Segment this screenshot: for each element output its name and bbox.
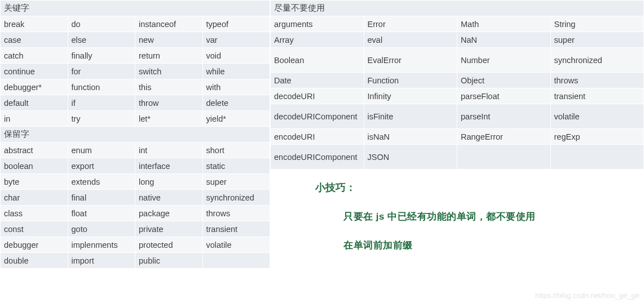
table-cell: case xyxy=(1,32,68,48)
table-cell: else xyxy=(68,32,135,48)
table-row: intrylet*yield* xyxy=(1,111,270,127)
table-cell: if xyxy=(68,95,135,111)
table-cell: instanceof xyxy=(135,16,203,32)
table-cell: with xyxy=(202,79,270,95)
table-cell: native xyxy=(135,190,203,206)
table-row: BooleanEvalErrorNumbersynchronized xyxy=(271,48,644,73)
table-row: byteextendslongsuper xyxy=(1,174,270,190)
table-cell: finally xyxy=(68,48,135,64)
table-cell: export xyxy=(68,158,135,174)
table-cell: isFinite xyxy=(364,104,457,129)
table-cell: let* xyxy=(135,111,203,127)
table-cell: transient xyxy=(550,88,644,104)
table-cell: Function xyxy=(364,73,457,88)
table-cell xyxy=(202,253,270,269)
tips-text: 中已经有功能的单词，都不要使用 xyxy=(385,211,536,222)
table-cell: static xyxy=(202,158,270,174)
table-row: 尽量不要使用 xyxy=(271,1,644,16)
table-cell: private xyxy=(135,221,203,237)
table-cell: int xyxy=(135,142,203,158)
table-cell: Number xyxy=(457,48,551,73)
table-row: defaultifthrowdelete xyxy=(1,95,270,111)
table-cell: throws xyxy=(550,73,644,88)
table-cell: Error xyxy=(364,16,457,32)
table-cell: this xyxy=(135,79,203,95)
table-cell: throw xyxy=(135,95,203,111)
table-cell: volatile xyxy=(202,237,270,253)
table-cell: var xyxy=(202,32,270,48)
table-cell: protected xyxy=(135,237,203,253)
table-cell: long xyxy=(135,174,203,190)
table-row: continueforswitchwhile xyxy=(1,64,270,79)
table-cell: arguments xyxy=(271,16,364,32)
table-cell: switch xyxy=(135,64,203,79)
table-cell: new xyxy=(135,32,203,48)
table-cell: extends xyxy=(68,174,135,190)
table-cell: super xyxy=(202,174,270,190)
table-cell: boolean xyxy=(1,158,68,174)
table-row: decodeURIComponentisFiniteparseIntvolati… xyxy=(271,104,644,129)
table-cell xyxy=(457,145,551,170)
table-row: booleanexportinterfacestatic xyxy=(1,158,270,174)
table-cell: interface xyxy=(135,158,203,174)
table-cell: Boolean xyxy=(271,48,364,73)
tips-heading: 小技巧： xyxy=(315,181,644,194)
table-cell: JSON xyxy=(364,145,457,170)
table-cell: volatile xyxy=(550,104,644,129)
table-cell: default xyxy=(1,95,68,111)
table-cell: synchronized xyxy=(202,190,270,206)
table-cell: debugger xyxy=(1,237,68,253)
table-cell: Object xyxy=(457,73,551,88)
table-cell: NaN xyxy=(457,32,551,48)
table-cell: encodeURI xyxy=(271,129,364,145)
table-cell: yield* xyxy=(202,111,270,127)
table-cell: decodeURI xyxy=(271,88,364,104)
table-row: debuggerimplenmentsprotectedvolatile xyxy=(1,237,270,253)
table-cell: isNaN xyxy=(364,129,457,145)
table-cell: eval xyxy=(364,32,457,48)
table-cell: typeof xyxy=(202,16,270,32)
table-cell: class xyxy=(1,206,68,221)
table-cell: synchronized xyxy=(550,48,644,73)
table-row: DateFunctionObjectthrows xyxy=(271,73,644,88)
table-cell: void xyxy=(202,48,270,64)
table-cell: in xyxy=(1,111,68,127)
table-cell: enum xyxy=(68,142,135,158)
table-cell: double xyxy=(1,253,68,269)
table-cell: transient xyxy=(202,221,270,237)
table-row: 保留字 xyxy=(1,127,270,142)
table-cell: parseInt xyxy=(457,104,551,129)
table-cell: break xyxy=(1,16,68,32)
table-cell: do xyxy=(68,16,135,32)
table-cell: function xyxy=(68,79,135,95)
table-cell: encodeURIComponent xyxy=(271,145,364,170)
table-cell: RangeError xyxy=(457,129,551,145)
table-row: doubleimportpublic xyxy=(1,253,270,269)
table-cell: goto xyxy=(68,221,135,237)
table-cell: for xyxy=(68,64,135,79)
table-cell: Date xyxy=(271,73,364,88)
table-row: debugger*functionthiswith xyxy=(1,79,270,95)
watermark: https://blog.csdn.net/hou_ge_ge xyxy=(535,291,639,300)
table-cell: regExp xyxy=(550,129,644,145)
table-cell: abstract xyxy=(1,142,68,158)
avoid-table: 尽量不要使用argumentsErrorMathStringArrayevalN… xyxy=(270,0,644,170)
section-header-cell: 尽量不要使用 xyxy=(271,1,644,16)
table-row: breakdoinstanceoftypeof xyxy=(1,16,270,32)
table-cell: delete xyxy=(202,95,270,111)
table-row: decodeURIInfinityparseFloattransient xyxy=(271,88,644,104)
table-row: classfloatpackagethrows xyxy=(1,206,270,221)
table-cell: continue xyxy=(1,64,68,79)
table-cell: Infinity xyxy=(364,88,457,104)
table-cell: debugger* xyxy=(1,79,68,95)
table-cell: float xyxy=(68,206,135,221)
section-header-cell: 保留字 xyxy=(1,127,270,142)
section-header-cell: 关键字 xyxy=(1,1,270,16)
tips-line-1: 只要在 js 中已经有功能的单词，都不要使用 xyxy=(343,210,644,223)
table-row: caseelsenewvar xyxy=(1,32,270,48)
table-cell: return xyxy=(135,48,203,64)
table-cell: throws xyxy=(202,206,270,221)
table-cell: final xyxy=(68,190,135,206)
table-cell: Math xyxy=(457,16,551,32)
table-cell: while xyxy=(202,64,270,79)
